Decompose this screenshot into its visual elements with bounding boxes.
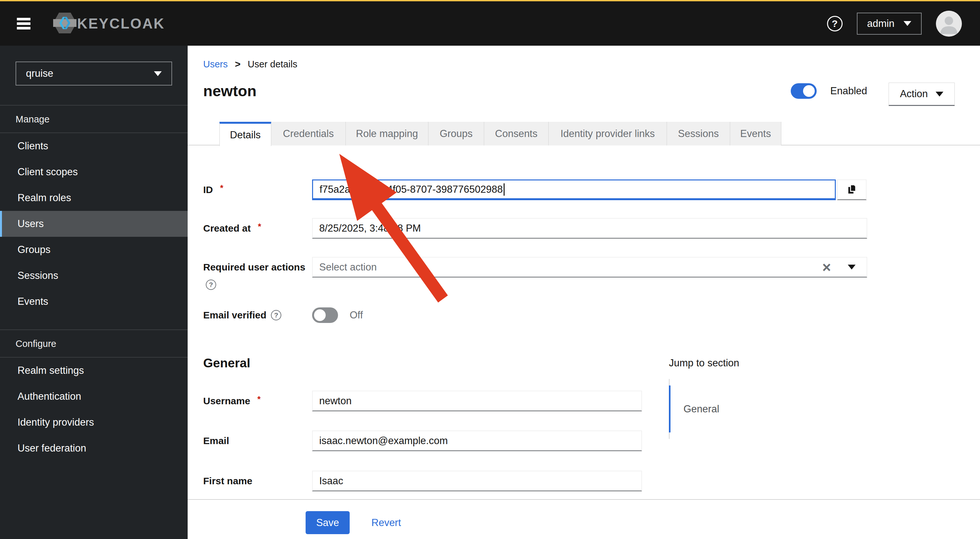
jump-to-section-heading: Jump to section — [669, 357, 739, 369]
user-menu-label: admin — [867, 18, 894, 29]
jump-item-general[interactable]: General — [684, 385, 719, 432]
chevron-right-icon: > — [235, 59, 241, 70]
id-input[interactable]: f75a2a42-9fc9-4f05-8707-398776502988 — [312, 180, 836, 200]
tab-groups[interactable]: Groups — [428, 122, 484, 145]
first-name-label: First name — [203, 471, 310, 491]
username-label: Username* — [203, 391, 310, 411]
sidebar-item-authentication[interactable]: Authentication — [0, 383, 188, 409]
sidebar-item-client-scopes[interactable]: Client scopes — [0, 159, 188, 185]
enabled-toggle-group: Enabled — [791, 83, 867, 99]
tab-sessions[interactable]: Sessions — [667, 122, 730, 145]
breadcrumb: Users > User details — [203, 59, 297, 70]
jump-active-indicator — [669, 385, 670, 432]
email-verified-label: Email verified ? — [203, 307, 310, 323]
username-input[interactable]: newton — [312, 391, 642, 411]
sidebar-item-sessions[interactable]: Sessions — [0, 263, 188, 289]
masthead: KEYCLOAK ? admin — [0, 0, 980, 46]
sidebar-section-manage: Manage — [0, 106, 188, 132]
copy-icon — [846, 183, 858, 196]
sidebar-item-realm-roles[interactable]: Realm roles — [0, 185, 188, 211]
chevron-down-icon[interactable] — [848, 265, 856, 269]
email-label: Email — [203, 431, 310, 451]
copy-button[interactable] — [837, 180, 867, 200]
page-title: newton — [203, 82, 256, 100]
chevron-down-icon — [935, 92, 943, 97]
realm-selector-dropdown[interactable]: qruise — [16, 62, 172, 86]
id-label: ID* — [203, 180, 310, 200]
help-icon[interactable]: ? — [827, 16, 843, 32]
required-user-actions-select[interactable]: Select action × — [312, 257, 867, 278]
action-label: Action — [900, 88, 928, 100]
enabled-label: Enabled — [830, 85, 867, 97]
tab-credentials[interactable]: Credentials — [271, 122, 346, 145]
help-icon[interactable]: ? — [271, 310, 281, 320]
brand-text: KEYCLOAK — [77, 16, 165, 32]
help-icon[interactable]: ? — [206, 280, 216, 290]
email-input[interactable]: isaac.newton@example.com — [312, 431, 642, 451]
required-asterisk: * — [258, 221, 261, 232]
tab-consents[interactable]: Consents — [484, 122, 549, 145]
text-cursor — [504, 183, 504, 196]
tab-identity-provider-links[interactable]: Identity provider links — [549, 122, 667, 145]
chevron-down-icon — [904, 21, 911, 26]
clear-icon[interactable]: × — [822, 260, 831, 275]
keycloak-logo: KEYCLOAK — [53, 13, 165, 35]
sidebar-item-groups[interactable]: Groups — [0, 237, 188, 263]
chevron-down-icon — [154, 71, 162, 76]
revert-link[interactable]: Revert — [371, 511, 401, 534]
created-at-input[interactable]: 8/25/2025, 3:48:28 PM — [312, 218, 867, 239]
required-user-actions-label: Required user actions — [203, 257, 310, 278]
realm-selector-value: qruise — [26, 68, 53, 79]
sidebar-item-users[interactable]: Users — [0, 211, 188, 237]
avatar[interactable] — [936, 11, 962, 37]
keycloak-logo-icon — [53, 13, 76, 35]
sidebar: qruise Manage Clients Client scopes Real… — [0, 46, 188, 539]
footer-divider — [188, 499, 980, 500]
breadcrumb-users-link[interactable]: Users — [203, 59, 228, 70]
sidebar-item-events[interactable]: Events — [0, 289, 188, 315]
select-placeholder: Select action — [319, 261, 822, 273]
nav-toggle-icon[interactable] — [17, 17, 32, 30]
first-name-input[interactable]: Isaac — [312, 471, 642, 491]
tab-events[interactable]: Events — [730, 122, 781, 145]
sidebar-item-user-federation[interactable]: User federation — [0, 435, 188, 461]
email-verified-toggle[interactable] — [312, 307, 338, 323]
sidebar-nav-manage: Clients Client scopes Realm roles Users … — [0, 133, 188, 315]
user-menu-dropdown[interactable]: admin — [857, 13, 922, 35]
user-details-page: Users > User details newton Enabled Acti… — [188, 46, 980, 539]
general-section-heading: General — [203, 356, 250, 370]
action-dropdown[interactable]: Action — [889, 83, 955, 106]
sidebar-item-clients[interactable]: Clients — [0, 133, 188, 159]
tab-details[interactable]: Details — [220, 122, 271, 146]
required-asterisk: * — [257, 394, 261, 404]
created-at-label: Created at* — [203, 218, 310, 239]
sidebar-item-realm-settings[interactable]: Realm settings — [0, 358, 188, 383]
email-verified-state: Off — [350, 307, 363, 323]
sidebar-section-configure: Configure — [0, 330, 188, 357]
tab-bar: Details Credentials Role mapping Groups … — [220, 122, 781, 145]
required-asterisk: * — [220, 183, 223, 193]
tab-role-mapping[interactable]: Role mapping — [346, 122, 428, 145]
keycloak-admin-console: KEYCLOAK ? admin qruise Manage — [0, 0, 980, 539]
breadcrumb-current: User details — [248, 59, 297, 70]
sidebar-item-identity-providers[interactable]: Identity providers — [0, 409, 188, 435]
sidebar-nav-configure: Realm settings Authentication Identity p… — [0, 358, 188, 461]
enabled-toggle[interactable] — [791, 83, 817, 99]
masthead-toolbar: ? admin — [827, 11, 962, 37]
save-button[interactable]: Save — [305, 511, 350, 534]
